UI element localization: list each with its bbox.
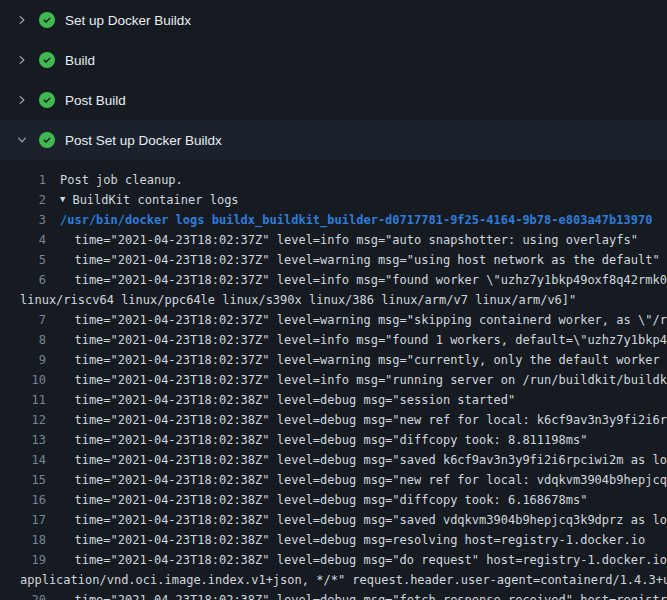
log-text: time="2021-04-23T18:02:38Z" level=debug … <box>46 490 587 510</box>
log-line-continuation: application/vnd.oci.image.index.v1+json,… <box>0 570 667 590</box>
log-text: time="2021-04-23T18:02:38Z" level=debug … <box>46 430 587 450</box>
log-text: time="2021-04-23T18:02:38Z" level=debug … <box>46 590 667 600</box>
log-line-number[interactable]: 16 <box>0 490 46 510</box>
log-line: 12 ▼ time="2021-04-23T18:02:38Z" level=d… <box>0 410 667 430</box>
log-line-number[interactable]: 6 <box>0 270 46 290</box>
log-text: time="2021-04-23T18:02:38Z" level=debug … <box>46 390 515 410</box>
log-line-number[interactable]: 4 <box>0 230 46 250</box>
log-line: 16 ▼ time="2021-04-23T18:02:38Z" level=d… <box>0 490 667 510</box>
log-line: 3 ▼ /usr/bin/docker logs buildx_buildkit… <box>0 210 667 230</box>
log-line-number[interactable]: 9 <box>0 350 46 370</box>
log-line-continuation: linux/riscv64 linux/ppc64le linux/s390x … <box>0 290 667 310</box>
actions-log-viewer: Set up Docker Buildx Build <box>0 0 667 600</box>
log-text: time="2021-04-23T18:02:38Z" level=debug … <box>46 530 645 550</box>
log-text: /usr/bin/docker logs buildx_buildkit_bui… <box>46 210 652 230</box>
log-line: 9 ▼ time="2021-04-23T18:02:37Z" level=wa… <box>0 350 667 370</box>
log-line-number[interactable]: 8 <box>0 330 46 350</box>
log-text: time="2021-04-23T18:02:37Z" level=info m… <box>46 230 638 250</box>
chevron-right-icon <box>14 12 30 28</box>
log-line-number[interactable]: 11 <box>0 390 46 410</box>
log-text: time="2021-04-23T18:02:37Z" level=warnin… <box>46 250 660 270</box>
log-output: 1 ▼ Post job cleanup. 2 ▼ BuildKit conta… <box>0 160 667 600</box>
log-text: Post job cleanup. <box>46 170 183 190</box>
step-header-post-set-up-docker-buildx[interactable]: Post Set up Docker Buildx <box>0 120 667 160</box>
log-line: 19 ▼ time="2021-04-23T18:02:38Z" level=d… <box>0 550 667 570</box>
log-text: time="2021-04-23T18:02:38Z" level=debug … <box>46 470 667 490</box>
chevron-right-icon <box>14 92 30 108</box>
step-label: Set up Docker Buildx <box>65 13 191 28</box>
log-line: 7 ▼ time="2021-04-23T18:02:37Z" level=wa… <box>0 310 667 330</box>
log-line: 8 ▼ time="2021-04-23T18:02:37Z" level=in… <box>0 330 667 350</box>
log-line-number[interactable]: 5 <box>0 250 46 270</box>
log-text: time="2021-04-23T18:02:37Z" level=warnin… <box>46 310 667 330</box>
log-line-number[interactable]: 18 <box>0 530 46 550</box>
log-line: 5 ▼ time="2021-04-23T18:02:37Z" level=wa… <box>0 250 667 270</box>
log-line-number[interactable]: 12 <box>0 410 46 430</box>
steps-list: Set up Docker Buildx Build <box>0 0 667 160</box>
log-line-number[interactable]: 14 <box>0 450 46 470</box>
log-text: application/vnd.oci.image.index.v1+json,… <box>0 570 667 590</box>
log-line-number[interactable]: 19 <box>0 550 46 570</box>
log-line-number[interactable]: 17 <box>0 510 46 530</box>
chevron-down-icon <box>14 132 30 148</box>
log-text: time="2021-04-23T18:02:37Z" level=info m… <box>46 270 667 290</box>
step-label: Post Set up Docker Buildx <box>65 133 222 148</box>
log-line-number[interactable]: 2 <box>0 190 46 210</box>
log-text: time="2021-04-23T18:02:38Z" level=debug … <box>46 510 667 530</box>
log-line: 6 ▼ time="2021-04-23T18:02:37Z" level=in… <box>0 270 667 290</box>
step-label: Post Build <box>65 93 126 108</box>
check-circle-icon <box>39 52 55 68</box>
log-text: time="2021-04-23T18:02:37Z" level=info m… <box>46 330 667 350</box>
log-line-number[interactable]: 3 <box>0 210 46 230</box>
log-line: 13 ▼ time="2021-04-23T18:02:38Z" level=d… <box>0 430 667 450</box>
log-line-number[interactable]: 13 <box>0 430 46 450</box>
log-text: time="2021-04-23T18:02:37Z" level=info m… <box>46 370 667 390</box>
log-line: 11 ▼ time="2021-04-23T18:02:38Z" level=d… <box>0 390 667 410</box>
log-text: linux/riscv64 linux/ppc64le linux/s390x … <box>0 290 576 310</box>
check-circle-icon <box>39 92 55 108</box>
group-toggle-icon[interactable]: ▼ <box>60 189 65 209</box>
step-header-post-build[interactable]: Post Build <box>0 80 667 120</box>
step-label: Build <box>65 53 95 68</box>
log-line-number[interactable]: 10 <box>0 370 46 390</box>
log-line: 10 ▼ time="2021-04-23T18:02:37Z" level=i… <box>0 370 667 390</box>
log-line: 1 ▼ Post job cleanup. <box>0 170 667 190</box>
log-line: 17 ▼ time="2021-04-23T18:02:38Z" level=d… <box>0 510 667 530</box>
step-header-build[interactable]: Build <box>0 40 667 80</box>
check-circle-icon <box>39 12 55 28</box>
log-text: time="2021-04-23T18:02:38Z" level=debug … <box>46 450 667 470</box>
log-line: 18 ▼ time="2021-04-23T18:02:38Z" level=d… <box>0 530 667 550</box>
log-line: 20 ▼ time="2021-04-23T18:02:38Z" level=d… <box>0 590 667 600</box>
log-line: 2 ▼ BuildKit container logs <box>0 190 667 210</box>
log-line-number[interactable]: 7 <box>0 310 46 330</box>
chevron-right-icon <box>14 52 30 68</box>
log-text: time="2021-04-23T18:02:37Z" level=warnin… <box>46 350 667 370</box>
log-text: time="2021-04-23T18:02:38Z" level=debug … <box>46 550 667 570</box>
log-line: 15 ▼ time="2021-04-23T18:02:38Z" level=d… <box>0 470 667 490</box>
check-circle-icon <box>39 132 55 148</box>
log-line: 14 ▼ time="2021-04-23T18:02:38Z" level=d… <box>0 450 667 470</box>
step-header-set-up-docker-buildx[interactable]: Set up Docker Buildx <box>0 0 667 40</box>
log-text: BuildKit container logs <box>72 190 238 210</box>
log-line: 4 ▼ time="2021-04-23T18:02:37Z" level=in… <box>0 230 667 250</box>
log-line-number[interactable]: 15 <box>0 470 46 490</box>
log-line-number[interactable]: 20 <box>0 590 46 600</box>
log-text: time="2021-04-23T18:02:38Z" level=debug … <box>46 410 667 430</box>
log-line-number[interactable]: 1 <box>0 170 46 190</box>
